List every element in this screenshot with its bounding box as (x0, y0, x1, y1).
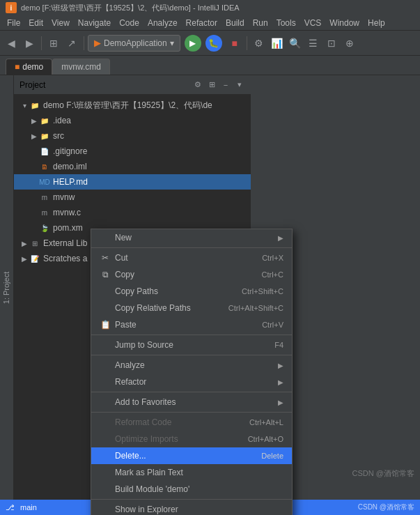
menu-run[interactable]: Run (249, 15, 272, 31)
toolbar-sep1 (41, 36, 42, 50)
ctx-mark-plain[interactable]: Mark as Plain Text (91, 464, 292, 481)
tree-idea[interactable]: ▶ 📁 .idea (14, 113, 251, 128)
pom-xml-icon: 🍃 (39, 222, 50, 233)
toolbar-more2[interactable]: 📊 (269, 35, 286, 52)
ctx-new-label: New (115, 233, 132, 243)
ctx-analyze[interactable]: Analyze ▶ (91, 357, 292, 374)
window-title: demo [F:\班级管理\西开【19525】\2、代码\demo] - Int… (21, 3, 240, 13)
scratch-icon: 📝 (29, 253, 40, 264)
project-header: Project ⚙ ⊞ − ▾ (14, 75, 251, 95)
menu-file[interactable]: File (3, 15, 24, 31)
ctx-new[interactable]: New ▶ (91, 229, 292, 246)
toolbar-btn1[interactable]: ⊞ (45, 35, 62, 52)
title-bar: i demo [F:\班级管理\西开【19525】\2、代码\demo] - I… (0, 0, 420, 15)
ctx-mark-icon (100, 467, 111, 478)
ctx-optimize-icon (100, 433, 111, 445)
menu-tools[interactable]: Tools (272, 15, 300, 31)
idea-folder-icon: 📁 (39, 115, 50, 126)
ext-arrow: ▶ (20, 238, 29, 248)
tree-src[interactable]: ▶ 📁 src (14, 128, 251, 144)
ctx-mark-label: Mark as Plain Text (115, 468, 183, 477)
ctx-cut-icon: ✂ (100, 252, 111, 263)
toolbar-more1[interactable]: ⚙ (251, 35, 267, 52)
menu-bar: File Edit View Navigate Code Analyze Ref… (0, 15, 420, 31)
tree-root[interactable]: ▾ 📁 demo F:\班级管理\西开【19525】\2、代码\de (14, 98, 251, 113)
ctx-cut[interactable]: ✂ Cut Ctrl+X (91, 249, 292, 266)
toolbar-btn2[interactable]: ↗ (63, 35, 80, 52)
run-config-selector[interactable]: ▶ DemoApplication ▾ (88, 35, 180, 52)
ctx-refactor-icon (100, 376, 111, 387)
scratch-arrow: ▶ (20, 254, 29, 263)
ctx-optimize-label: Optimize Imports (115, 434, 178, 444)
ctx-cut-label: Cut (115, 253, 128, 263)
menu-view[interactable]: View (47, 15, 74, 31)
menu-window[interactable]: Window (325, 15, 364, 31)
ctx-jump-source[interactable]: Jump to Source F4 (91, 337, 292, 353)
ctx-sep4 (91, 392, 292, 392)
run-config-chevron: ▾ (170, 38, 174, 48)
ctx-build-module[interactable]: Build Module 'demo' (91, 481, 292, 498)
menu-refactor[interactable]: Refactor (182, 15, 221, 31)
scratch-label: Scratches a (43, 254, 87, 263)
tree-demo-iml[interactable]: 🗎 demo.iml (14, 159, 251, 174)
menu-help[interactable]: Help (364, 15, 389, 31)
ctx-show-explorer[interactable]: Show in Explorer (91, 501, 292, 515)
ctx-jump-label: Jump to Source (115, 340, 173, 350)
branch-label[interactable]: main (20, 503, 37, 512)
tab-mvnw-cmd[interactable]: mvnw.cmd (52, 59, 110, 75)
tree-help-md[interactable]: MD HELP.md (14, 174, 251, 190)
ctx-jump-icon (100, 339, 111, 351)
project-filter-icon[interactable]: ⊞ (206, 79, 217, 91)
ctx-copy-paths[interactable]: Copy Paths Ctrl+Shift+C (91, 283, 292, 300)
project-gear-icon[interactable]: ⚙ (192, 79, 203, 91)
ctx-paste[interactable]: 📋 Paste Ctrl+V (91, 316, 292, 333)
menu-navigate[interactable]: Navigate (74, 15, 115, 31)
side-panel[interactable]: 1: Project (0, 75, 14, 500)
toolbar-stop[interactable]: ■ (226, 35, 243, 52)
ctx-delete-shortcut: Delete (261, 452, 283, 460)
ctx-copy-rel-paths[interactable]: Copy Relative Paths Ctrl+Alt+Shift+C (91, 300, 292, 316)
ctx-reformat-label: Reformat Code (115, 417, 171, 427)
toolbar-back[interactable]: ◀ (3, 35, 20, 52)
root-folder-icon: 📁 (29, 100, 40, 111)
toolbar-forward[interactable]: ▶ (21, 35, 38, 52)
ctx-refactor[interactable]: Refactor ▶ (91, 374, 292, 390)
menu-edit[interactable]: Edit (24, 15, 47, 31)
tree-mvnw-cmd[interactable]: m mvnw.c (14, 205, 251, 220)
git-icon: ⎇ (6, 503, 15, 512)
ctx-reformat: Reformat Code Ctrl+Alt+L (91, 414, 292, 431)
ctx-copy-shortcut: Ctrl+C (262, 270, 283, 279)
pom-xml-label: pom.xm (53, 223, 83, 233)
ctx-sep2 (91, 335, 292, 335)
debug-button[interactable]: 🐛 (205, 35, 222, 52)
demo-iml-label: demo.iml (53, 162, 87, 171)
ctx-optimize: Optimize Imports Ctrl+Alt+O (91, 431, 292, 447)
toolbar-more6[interactable]: ⊕ (341, 35, 358, 52)
project-collapse-icon[interactable]: − (220, 79, 231, 91)
project-header-icons: ⚙ ⊞ − ▾ (192, 79, 245, 91)
tab-demo-label: demo (22, 62, 43, 72)
menu-build[interactable]: Build (221, 15, 249, 31)
tab-mvnw-label: mvnw.cmd (61, 62, 101, 72)
menu-code[interactable]: Code (115, 15, 143, 31)
demo-iml-icon: 🗎 (39, 161, 50, 172)
tree-mvnw[interactable]: m mvnw (14, 190, 251, 205)
toolbar-more3[interactable]: 🔍 (287, 35, 304, 52)
ctx-add-favorites[interactable]: Add to Favorites ▶ (91, 394, 292, 410)
ctx-copy[interactable]: ⧉ Copy Ctrl+C (91, 266, 292, 283)
ctx-delete[interactable]: Delete... Delete (91, 447, 292, 464)
toolbar-more5[interactable]: ⊡ (323, 35, 340, 52)
tab-demo[interactable]: ■ demo (6, 59, 52, 75)
toolbar-more4[interactable]: ☰ (305, 35, 322, 52)
ctx-delete-icon (100, 450, 111, 461)
help-md-label: HELP.md (53, 177, 88, 187)
ctx-paste-icon: 📋 (100, 319, 111, 330)
bottom-info: CSDN @酒馆常客 (358, 502, 414, 512)
toolbar-sep2 (84, 36, 84, 50)
ctx-delete-label: Delete... (115, 451, 146, 461)
menu-vcs[interactable]: VCS (300, 15, 326, 31)
run-button[interactable]: ▶ (185, 35, 201, 52)
project-settings-icon[interactable]: ▾ (234, 79, 245, 91)
tree-gitignore[interactable]: 📄 .gitignore (14, 144, 251, 159)
menu-analyze[interactable]: Analyze (143, 15, 182, 31)
